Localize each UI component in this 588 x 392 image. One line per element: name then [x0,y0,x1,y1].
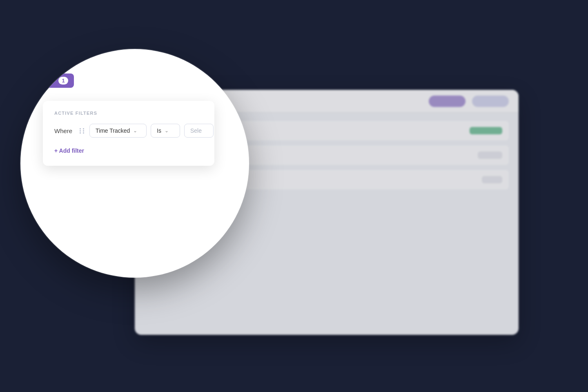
value-dropdown[interactable]: Sele [184,124,214,138]
value-dropdown-label: Sele [190,127,202,134]
blurred-header-pill-light [472,96,509,107]
field-dropdown-label: Time Tracked [96,127,130,134]
filter-row: Where Time Tracked ⌄ [54,124,203,138]
field-dropdown[interactable]: Time Tracked ⌄ [89,124,147,138]
drag-dot [83,128,84,129]
filter-count-badge: 1 [58,77,68,85]
filter-panel: ACTIVE FILTERS Where T [43,101,214,166]
blurred-header-pill-purple [429,96,466,107]
where-label: Where [54,127,76,134]
filter-popup: 1 ACTIVE FILTERS Where [43,74,214,166]
magnifier-circle: 1 ACTIVE FILTERS Where [20,49,249,278]
blurred-cell-5 [482,176,502,183]
active-filters-title: ACTIVE FILTERS [54,111,203,116]
add-filter-button[interactable]: + Add filter [54,147,84,154]
drag-handle[interactable] [80,128,85,134]
blurred-status-green [470,127,502,134]
filter-icon [49,78,55,84]
operator-dropdown-label: Is [157,127,161,134]
operator-dropdown[interactable]: Is ⌄ [151,124,180,138]
chevron-down-icon: ⌄ [165,128,169,134]
drag-dot [83,132,84,134]
add-filter-label: + Add filter [54,147,84,154]
drag-dot [80,132,81,134]
drag-dot [83,130,84,131]
blurred-cell-3 [478,151,502,159]
drag-dot [80,130,81,131]
drag-dot [80,128,81,129]
chevron-down-icon: ⌄ [133,128,137,134]
filter-button[interactable]: 1 [43,74,74,88]
